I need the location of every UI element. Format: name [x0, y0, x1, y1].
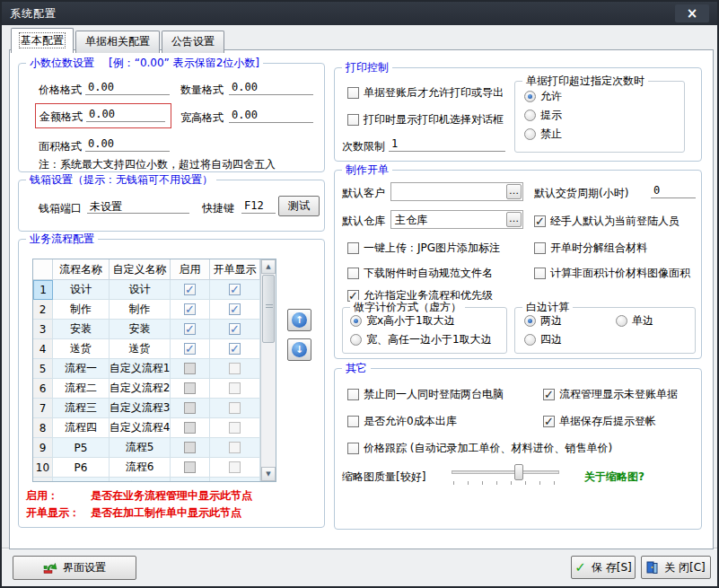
cashbox-port-field[interactable]: 未设置: [87, 198, 189, 214]
show-checkbox[interactable]: [229, 442, 241, 453]
move-up-button[interactable]: ↑: [287, 309, 311, 331]
operator-default-checkbox[interactable]: [534, 215, 546, 227]
row-number[interactable]: 8: [33, 418, 53, 438]
zero-cost-checkbox[interactable]: [347, 416, 359, 427]
flow-name-cell[interactable]: 送货: [53, 339, 110, 359]
row-number[interactable]: 10: [33, 458, 53, 478]
flow-name-cell[interactable]: 制作: [53, 300, 110, 320]
flow-name-cell[interactable]: 设计: [53, 280, 110, 300]
operator-default-label[interactable]: 经手人默认为当前登陆人员: [550, 214, 680, 229]
custom-name-cell[interactable]: 自定义流程4: [110, 418, 171, 438]
registered-print-checkbox[interactable]: [347, 87, 359, 99]
close-button[interactable]: 关 闭[C]: [641, 556, 711, 579]
enabled-checkbox[interactable]: [184, 382, 196, 394]
enabled-checkbox[interactable]: [184, 284, 196, 295]
thumbnail-quality-slider[interactable]: [452, 463, 559, 485]
filename-normalize-label[interactable]: 下载附件时自动规范文件名: [364, 266, 493, 281]
row-number[interactable]: 11: [33, 478, 53, 482]
row-number[interactable]: 2: [33, 300, 53, 320]
custom-name-cell[interactable]: 设计: [110, 280, 171, 300]
flow-name-cell[interactable]: P6: [53, 458, 110, 478]
custom-name-cell[interactable]: 送货: [110, 339, 171, 359]
image-area-label[interactable]: 计算非面积计价材料图像面积: [550, 266, 690, 281]
save-button[interactable]: ✓ 保 存[S]: [571, 556, 636, 579]
flow-name-cell[interactable]: P7: [53, 478, 110, 482]
custom-name-cell[interactable]: 流程5: [110, 438, 171, 458]
scroll-down-icon[interactable]: ▼: [261, 467, 276, 481]
slider-thumb[interactable]: [514, 464, 523, 480]
pricing-opt2-label[interactable]: 宽、高任一边小于1取大边: [366, 332, 492, 347]
zero-cost-label[interactable]: 是否允许0成本出库: [364, 414, 457, 429]
custom-name-cell[interactable]: 自定义流程2: [110, 379, 171, 399]
row-number[interactable]: 1: [33, 280, 53, 300]
amount-format-field[interactable]: 0.00: [86, 107, 165, 122]
enabled-checkbox[interactable]: [184, 402, 196, 414]
show-unregistered-checkbox[interactable]: [543, 389, 555, 400]
allow-label[interactable]: 允许: [540, 89, 562, 104]
wh-format-field[interactable]: 0.00: [229, 108, 313, 123]
one-side-label[interactable]: 单边: [632, 313, 653, 329]
scroll-up-icon[interactable]: ▲: [261, 259, 276, 274]
save-prompt-checkbox[interactable]: [543, 416, 555, 427]
printer-dialog-checkbox[interactable]: [347, 114, 359, 126]
show-checkbox[interactable]: [229, 481, 241, 482]
forbid-dual-login-checkbox[interactable]: [347, 389, 359, 400]
tab-document-config[interactable]: 单据相关配置: [75, 31, 160, 53]
qty-format-field[interactable]: 0.00: [229, 80, 313, 95]
row-number[interactable]: 5: [33, 359, 53, 379]
flow-name-cell[interactable]: 流程二: [53, 379, 110, 399]
show-checkbox[interactable]: [229, 363, 241, 374]
move-down-button[interactable]: ↓: [287, 338, 311, 361]
row-number[interactable]: 3: [33, 320, 53, 339]
forbid-radio[interactable]: [524, 128, 536, 140]
default-warehouse-field[interactable]: 主仓库 …: [390, 210, 523, 229]
limit-field[interactable]: 1: [389, 136, 505, 152]
custom-name-cell[interactable]: 自定义流程1: [110, 359, 171, 379]
two-side-radio[interactable]: [524, 315, 536, 327]
split-material-checkbox[interactable]: [534, 242, 546, 254]
custom-name-cell[interactable]: 自定义流程3: [110, 399, 171, 418]
filename-normalize-checkbox[interactable]: [347, 268, 359, 279]
enabled-checkbox[interactable]: [184, 422, 196, 434]
area-format-field[interactable]: 0.00: [85, 136, 170, 152]
show-checkbox[interactable]: [229, 323, 241, 335]
show-checkbox[interactable]: [229, 422, 241, 434]
delivery-cycle-field[interactable]: 0: [651, 183, 696, 198]
flow-name-cell[interactable]: P5: [53, 438, 110, 458]
one-key-upload-label[interactable]: 一键上传：JPG图片添加标注: [364, 241, 500, 256]
flow-name-cell[interactable]: 流程三: [53, 399, 110, 418]
about-thumbnail-link[interactable]: 关于缩略图?: [584, 470, 644, 485]
enabled-checkbox[interactable]: [184, 323, 196, 335]
enabled-checkbox[interactable]: [184, 303, 196, 315]
show-checkbox[interactable]: [229, 382, 241, 394]
show-checkbox[interactable]: [229, 343, 241, 355]
show-checkbox[interactable]: [229, 402, 241, 414]
row-number[interactable]: 7: [33, 399, 53, 418]
flow-name-cell[interactable]: 安装: [53, 320, 110, 339]
enabled-checkbox[interactable]: [184, 363, 196, 374]
custom-name-cell[interactable]: 安装: [110, 320, 171, 339]
price-format-field[interactable]: 0.00: [85, 80, 170, 95]
enabled-checkbox[interactable]: [184, 442, 196, 453]
show-checkbox[interactable]: [229, 461, 241, 473]
scrollbar-thumb[interactable]: [262, 275, 275, 343]
custom-name-cell[interactable]: 制作: [110, 300, 171, 320]
customer-lookup-icon[interactable]: …: [506, 184, 522, 199]
allow-radio[interactable]: [524, 91, 536, 102]
four-side-label[interactable]: 四边: [540, 332, 562, 347]
forbid-dual-login-label[interactable]: 禁止同一人同时登陆两台电脑: [364, 387, 504, 402]
save-prompt-label[interactable]: 单据保存后提示登帐: [559, 414, 656, 429]
custom-name-cell[interactable]: 流程7: [110, 478, 171, 482]
price-tracking-label[interactable]: 价格跟踪 (自动记录加工单价、材料进价、销售单价): [364, 441, 612, 456]
show-unregistered-label[interactable]: 流程管理显示未登账单据: [559, 387, 678, 402]
row-number[interactable]: 4: [33, 339, 53, 359]
enabled-checkbox[interactable]: [184, 343, 196, 355]
prompt-label[interactable]: 提示: [540, 108, 562, 123]
flow-table-scrollbar[interactable]: ▲ ▼: [260, 259, 276, 481]
enabled-checkbox[interactable]: [184, 481, 196, 482]
prompt-radio[interactable]: [524, 110, 536, 121]
close-icon[interactable]: ×: [675, 4, 709, 22]
flow-name-cell[interactable]: 流程一: [53, 359, 110, 379]
pricing-opt2-radio[interactable]: [350, 334, 362, 346]
tab-announcement[interactable]: 公告设置: [162, 31, 224, 53]
